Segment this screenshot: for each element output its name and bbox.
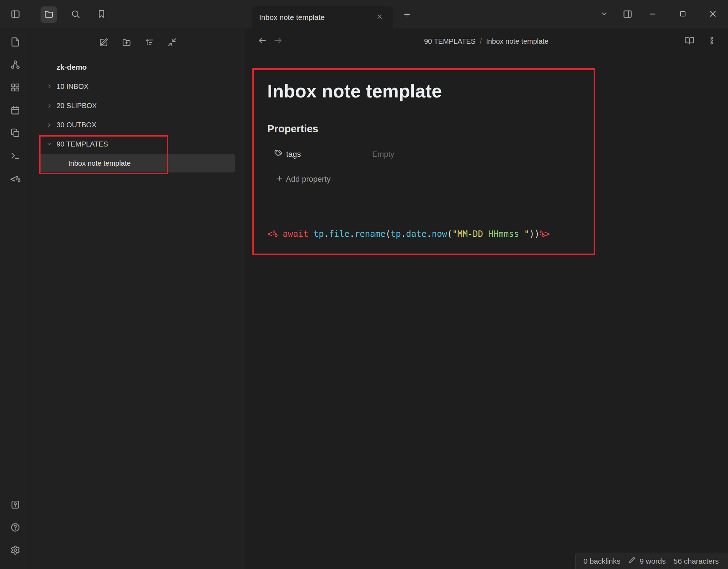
folder-label: 10 INBOX xyxy=(57,83,89,91)
code-token: )) xyxy=(529,229,540,239)
tab-list-button[interactable] xyxy=(596,6,612,23)
code-token: date xyxy=(406,229,427,239)
close-icon xyxy=(708,10,717,20)
add-property-label: Add property xyxy=(286,175,331,184)
property-value-empty[interactable]: Empty xyxy=(372,150,394,159)
code-token: ( xyxy=(385,229,390,239)
settings-button[interactable] xyxy=(7,543,23,559)
sidebar-left-icon xyxy=(11,9,20,20)
sidebar-item-20-slipbox[interactable]: 20 SLIPBOX xyxy=(31,96,244,115)
templater-button[interactable]: <% xyxy=(7,171,23,187)
sidebar-item-inbox-note-template[interactable]: Inbox note template xyxy=(39,154,236,172)
reading-mode-button[interactable] xyxy=(682,33,697,49)
search-tab-button[interactable] xyxy=(67,6,84,23)
toggle-left-sidebar-button[interactable] xyxy=(7,6,23,23)
code-token: " xyxy=(524,229,529,239)
code-token: . xyxy=(349,229,354,239)
breadcrumb-current[interactable]: Inbox note template xyxy=(486,37,548,46)
vault-name: zk-demo xyxy=(57,63,87,71)
terminal-button[interactable] xyxy=(7,149,23,164)
code-token: . xyxy=(401,229,406,239)
help-icon xyxy=(10,522,20,534)
property-name: tags xyxy=(286,150,301,159)
collapse-icon xyxy=(167,38,177,48)
new-note-button[interactable] xyxy=(96,35,112,51)
sidebar-item-30-outbox[interactable]: 30 OUTBOX xyxy=(31,115,244,134)
help-button[interactable] xyxy=(7,520,23,536)
window-minimize-button[interactable] xyxy=(644,6,661,23)
code-token: await xyxy=(283,229,314,239)
code-token: . xyxy=(324,229,329,239)
open-file-button[interactable] xyxy=(7,35,23,50)
folder-icon xyxy=(44,9,54,20)
code-token: rename xyxy=(355,229,386,239)
calendar-button[interactable] xyxy=(7,103,23,119)
edit-icon xyxy=(99,38,108,48)
more-options-button[interactable] xyxy=(704,33,719,49)
note-content: Inbox note template Properties tags Empt… xyxy=(245,79,728,244)
chevron-down-icon xyxy=(600,10,608,19)
sidebar-item-90-templates[interactable]: 90 TEMPLATES xyxy=(31,134,244,154)
book-open-icon xyxy=(685,36,694,47)
window-close-button[interactable] xyxy=(705,6,721,23)
code-token: . xyxy=(427,229,432,239)
arrow-left-icon xyxy=(258,36,267,47)
property-key[interactable]: tags xyxy=(274,149,372,160)
breadcrumb-parent[interactable]: 90 TEMPLATES xyxy=(424,37,476,46)
collapse-all-button[interactable] xyxy=(164,35,180,51)
add-property-button[interactable]: Add property xyxy=(267,171,728,187)
graph-view-button[interactable] xyxy=(7,58,23,73)
toggle-right-sidebar-button[interactable] xyxy=(619,6,636,23)
templater-icon: <% xyxy=(10,174,21,184)
vault-icon xyxy=(10,500,20,511)
file-label: Inbox note template xyxy=(68,159,131,167)
plus-icon xyxy=(403,10,411,20)
graph-icon xyxy=(10,60,20,71)
properties-heading: Properties xyxy=(267,122,728,136)
folder-label: 90 TEMPLATES xyxy=(57,140,108,148)
duplicate-note-button[interactable] xyxy=(7,126,23,142)
breadcrumb: 90 TEMPLATES / Inbox note template xyxy=(245,28,728,54)
view-header: 90 TEMPLATES / Inbox note template xyxy=(245,28,728,54)
selected-file-highlight[interactable]: Inbox note template xyxy=(39,154,235,172)
sort-button[interactable] xyxy=(141,35,157,51)
window-maximize-button[interactable] xyxy=(675,6,691,23)
new-folder-button[interactable] xyxy=(119,35,134,51)
vault-header: zk-demo xyxy=(31,58,244,77)
plus-icon xyxy=(275,174,283,184)
chevron-right-icon xyxy=(45,121,54,129)
sort-ascending-icon xyxy=(145,38,154,48)
terminal-icon xyxy=(10,151,20,162)
tab-close-button[interactable] xyxy=(374,11,386,23)
tab-inbox-note-template[interactable]: Inbox note template xyxy=(252,6,393,28)
file-explorer: zk-demo 10 INBOX 20 SLIPBOX 30 OUTBOX 90… xyxy=(31,28,244,569)
main-pane: 90 TEMPLATES / Inbox note template Inbox… xyxy=(245,28,728,569)
code-line[interactable]: <% await tp.file.rename(tp.date.now("MM-… xyxy=(267,224,728,244)
code-token: ( xyxy=(447,229,452,239)
view-actions xyxy=(682,28,719,54)
vault-switcher-button[interactable] xyxy=(7,498,23,513)
pencil-icon xyxy=(628,556,636,566)
chevron-down-icon xyxy=(45,140,54,148)
copy-icon xyxy=(10,128,20,139)
close-icon xyxy=(376,13,383,22)
grid-icon xyxy=(10,83,20,94)
backlinks-count[interactable]: 0 backlinks xyxy=(583,557,620,565)
chevron-right-icon xyxy=(45,82,54,91)
breadcrumb-separator: / xyxy=(480,37,482,46)
canvas-button[interactable] xyxy=(7,80,23,96)
sidebar-right-icon xyxy=(623,9,632,20)
maximize-icon xyxy=(679,10,687,19)
code-token: %> xyxy=(540,229,550,239)
code-token: tp xyxy=(391,229,401,239)
tab-title: Inbox note template xyxy=(259,13,374,22)
bookmarks-tab-button[interactable] xyxy=(93,6,109,23)
files-tab-button[interactable] xyxy=(41,6,57,23)
titlebar: Inbox note template xyxy=(0,0,728,28)
minimize-icon xyxy=(648,10,657,20)
new-tab-button[interactable] xyxy=(399,7,415,23)
note-title[interactable]: Inbox note template xyxy=(267,79,728,103)
sidebar-item-10-inbox[interactable]: 10 INBOX xyxy=(31,77,244,96)
navigate-forward-button[interactable] xyxy=(270,33,286,49)
navigate-back-button[interactable] xyxy=(255,33,270,49)
